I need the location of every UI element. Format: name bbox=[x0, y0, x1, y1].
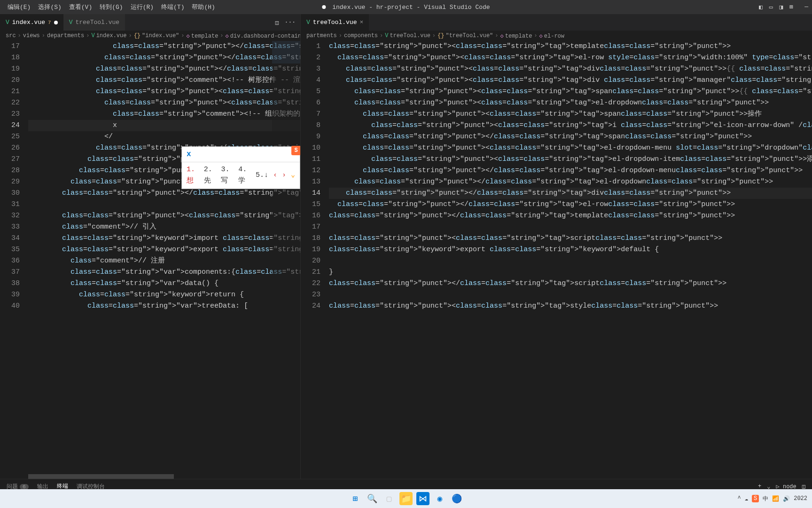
minimap[interactable] bbox=[272, 41, 300, 479]
ime-candidates[interactable]: 1.想 2.先 3.写 4.学 5.↓ ‹ › ⌄ bbox=[182, 162, 300, 189]
editor-more-icon[interactable]: ··· bbox=[285, 19, 296, 26]
vscode-icon[interactable]: ⋈ bbox=[416, 492, 429, 505]
close-icon[interactable]: × bbox=[359, 19, 363, 26]
sogou-logo-icon: S bbox=[291, 146, 300, 155]
menu-view[interactable]: 查看(V) bbox=[65, 3, 96, 11]
tray-chevron-icon[interactable]: ^ bbox=[738, 495, 741, 502]
breadcrumb-left[interactable]: src›views›departments›Vindex.vue›{}"inde… bbox=[0, 31, 300, 41]
modified-dot-icon bbox=[322, 5, 326, 9]
taskview-icon[interactable]: ▢ bbox=[383, 492, 396, 505]
vue-icon: V bbox=[6, 19, 9, 26]
tab-treetool-vue[interactable]: V treeTool.vue bbox=[63, 14, 125, 31]
vue-icon: V bbox=[306, 19, 310, 26]
editor-pane-right: V treeTool.vue × partments›components›Vt… bbox=[301, 14, 812, 479]
menu-help[interactable]: 帮助(H) bbox=[188, 3, 219, 11]
minimize-icon[interactable]: — bbox=[804, 3, 808, 11]
ime-popup[interactable]: S x 1.想 2.先 3.写 4.学 5.↓ ‹ › ⌄ bbox=[181, 146, 300, 189]
menu-edit[interactable]: 编辑(E) bbox=[4, 3, 34, 11]
menu-select[interactable]: 选择(S) bbox=[34, 3, 65, 11]
ime-prev-icon[interactable]: ‹ bbox=[273, 170, 277, 181]
chrome-icon[interactable]: 🔵 bbox=[450, 492, 463, 505]
tray-volume-icon[interactable]: 🔊 bbox=[783, 495, 790, 502]
menu-terminal[interactable]: 终端(T) bbox=[157, 3, 188, 11]
tab-treetool-right[interactable]: V treeTool.vue × bbox=[301, 14, 369, 31]
windows-taskbar: ⊞ 🔍 ▢ 📁 ⋈ ◉ 🔵 ^ ☁ S 中 📶 🔊 2022 bbox=[0, 489, 812, 508]
tray-ime-icon[interactable]: 中 bbox=[763, 495, 768, 503]
start-button[interactable]: ⊞ bbox=[349, 492, 362, 505]
layout-grid-icon[interactable]: ⊞ bbox=[789, 3, 793, 11]
explorer-icon[interactable]: 📁 bbox=[399, 492, 413, 505]
ime-input: x bbox=[182, 147, 300, 162]
search-icon[interactable]: 🔍 bbox=[366, 492, 379, 505]
tab-index-vue[interactable]: V index.vue 7 bbox=[0, 14, 63, 31]
layout-toggle-icon[interactable]: ◧ bbox=[759, 3, 763, 11]
line-gutter: 123456789101112131415161718192021222324 bbox=[301, 41, 329, 479]
breadcrumb-right[interactable]: partments›components›VtreeTool.vue›{}"tr… bbox=[301, 31, 812, 41]
menu-goto[interactable]: 转到(G) bbox=[96, 3, 126, 11]
line-gutter: 1718192021222324252627282930313233343536… bbox=[0, 41, 28, 479]
layout-side-icon[interactable]: ◨ bbox=[780, 3, 783, 11]
tray-clock[interactable]: 2022 bbox=[794, 495, 807, 502]
layout-panel-icon[interactable]: ▭ bbox=[769, 3, 773, 11]
edge-icon[interactable]: ◉ bbox=[433, 492, 446, 505]
modified-dot-icon bbox=[54, 21, 58, 24]
ime-dropdown-icon[interactable]: ⌄ bbox=[291, 170, 295, 181]
menubar: 编辑(E) 选择(S) 查看(V) 转到(G) 运行(R) 终端(T) 帮助(H… bbox=[0, 0, 812, 14]
editor-tabs-left: V index.vue 7 V treeTool.vue ◫ ··· bbox=[0, 14, 300, 31]
editor-tabs-right: V treeTool.vue × bbox=[301, 14, 812, 31]
tray-wifi-icon[interactable]: 📶 bbox=[772, 495, 779, 502]
scrollbar-horizontal[interactable] bbox=[28, 474, 300, 479]
split-editor-icon[interactable]: ◫ bbox=[275, 19, 279, 26]
vue-icon: V bbox=[69, 19, 73, 26]
code-editor-right[interactable]: class=class="string">"punct"><class=clas… bbox=[329, 41, 812, 479]
tray-sogou-icon[interactable]: S bbox=[752, 495, 759, 502]
tray-onedrive-icon[interactable]: ☁ bbox=[745, 495, 748, 502]
menu-run[interactable]: 运行(R) bbox=[127, 3, 157, 11]
window-title: index.vue - hr-project - Visual Studio C… bbox=[322, 4, 490, 11]
ime-next-icon[interactable]: › bbox=[282, 170, 286, 181]
code-editor-left[interactable]: class=class="string">"punct"></class=cla… bbox=[28, 41, 300, 479]
editor-pane-left: V index.vue 7 V treeTool.vue ◫ ··· src›v… bbox=[0, 14, 301, 479]
